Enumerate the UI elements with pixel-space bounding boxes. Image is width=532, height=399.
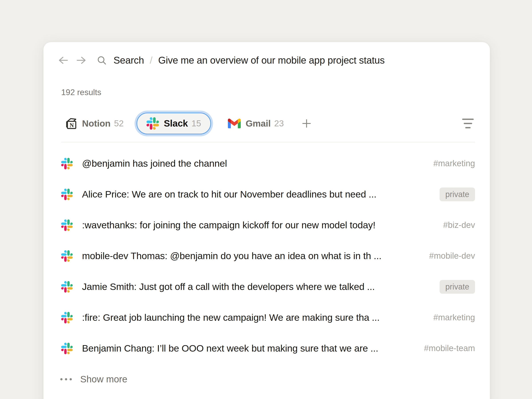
result-tag: #mobile-dev xyxy=(429,251,475,261)
filter-icon[interactable] xyxy=(461,117,475,130)
tab-label: Notion xyxy=(82,118,111,129)
source-filter-tabs: N Notion 52 Slack 15 Gmail 23 xyxy=(61,110,475,137)
result-text: Benjamin Chang: I’ll be OOO next week bu… xyxy=(82,343,415,354)
search-query-input[interactable]: Give me an overview of our mobile app pr… xyxy=(158,55,385,66)
breadcrumb-separator: / xyxy=(150,55,152,66)
tab-notion[interactable]: N Notion 52 xyxy=(65,117,124,130)
result-tag: #marketing xyxy=(433,313,475,322)
tab-label: Gmail xyxy=(246,118,271,129)
result-text: mobile-dev Thomas: @benjamin do you have… xyxy=(82,250,420,261)
back-arrow-icon[interactable] xyxy=(58,56,68,65)
tab-label: Slack xyxy=(164,118,188,129)
tab-slack-selected[interactable]: Slack 15 xyxy=(137,113,211,134)
search-icon xyxy=(97,55,107,65)
result-text: Alice Price: We are on track to hit our … xyxy=(82,189,431,200)
result-tag: private xyxy=(440,188,475,201)
tab-count: 15 xyxy=(191,119,201,128)
result-row[interactable]: Jamie Smith: Just got off a call with th… xyxy=(61,271,475,302)
notion-logo-icon: N xyxy=(65,117,77,130)
svg-text:N: N xyxy=(70,122,74,129)
tab-count: 52 xyxy=(114,119,124,128)
results-count: 192 results xyxy=(61,88,475,97)
result-text: @benjamin has joined the channel xyxy=(82,158,424,169)
ellipsis-icon xyxy=(60,378,72,380)
show-more-label: Show more xyxy=(80,374,127,385)
result-row[interactable]: Alice Price: We are on track to hit our … xyxy=(61,179,475,210)
result-tag: #mobile-team xyxy=(424,344,475,353)
slack-logo-icon xyxy=(61,219,73,231)
add-source-button[interactable] xyxy=(301,118,312,129)
tab-gmail[interactable]: Gmail 23 xyxy=(228,118,284,129)
slack-logo-icon xyxy=(61,158,73,169)
tab-count: 23 xyxy=(274,119,284,128)
result-row[interactable]: :fire: Great job launching the new campa… xyxy=(61,302,475,333)
result-tag: #biz-dev xyxy=(443,220,475,230)
result-text: :fire: Great job launching the new campa… xyxy=(82,312,424,323)
slack-logo-icon xyxy=(146,117,159,130)
search-results-window: Search / Give me an overview of our mobi… xyxy=(44,42,490,399)
result-row[interactable]: Benjamin Chang: I’ll be OOO next week bu… xyxy=(61,333,475,364)
result-tag: private xyxy=(440,280,475,294)
forward-arrow-icon[interactable] xyxy=(76,56,86,65)
result-tag: #marketing xyxy=(433,159,475,168)
result-row[interactable]: mobile-dev Thomas: @benjamin do you have… xyxy=(61,241,475,271)
show-more-button[interactable]: Show more xyxy=(61,364,475,395)
result-text: :wavethanks: for joining the campaign ki… xyxy=(82,220,434,231)
search-section-label: Search xyxy=(114,55,144,66)
results-list: @benjamin has joined the channel #market… xyxy=(61,142,475,364)
slack-logo-icon xyxy=(61,250,73,262)
slack-logo-icon xyxy=(61,343,73,354)
search-bar: Search / Give me an overview of our mobi… xyxy=(58,42,475,67)
gmail-logo-icon xyxy=(228,118,241,129)
result-row[interactable]: @benjamin has joined the channel #market… xyxy=(61,148,475,179)
slack-logo-icon xyxy=(61,189,73,200)
result-text: Jamie Smith: Just got off a call with th… xyxy=(82,281,431,292)
result-row[interactable]: :wavethanks: for joining the campaign ki… xyxy=(61,210,475,241)
slack-logo-icon xyxy=(61,281,73,293)
slack-logo-icon xyxy=(61,312,73,323)
